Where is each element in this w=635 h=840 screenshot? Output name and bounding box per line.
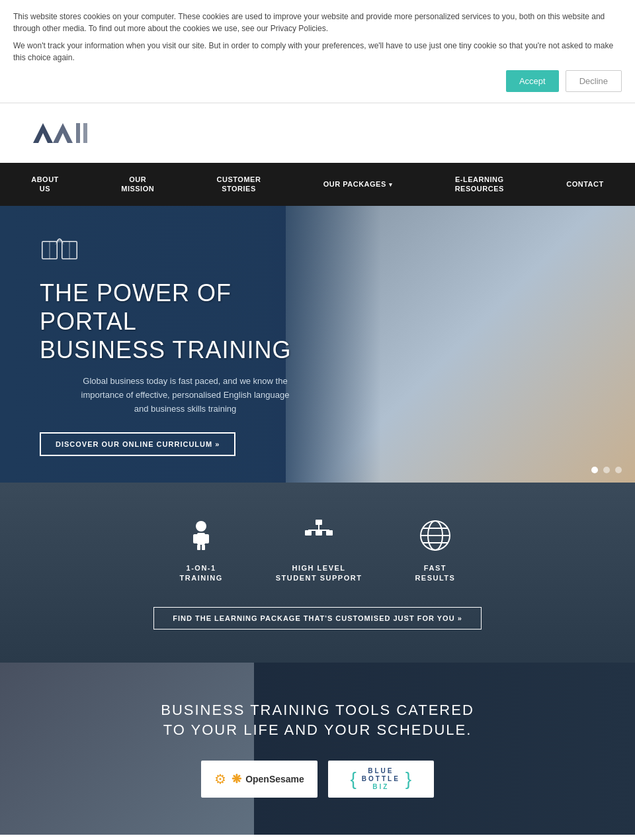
cookie-text-1: This website stores cookies on your comp… [13, 11, 622, 34]
blue-bottle-right-brace: } [405, 769, 411, 790]
hero-content: THE POWER OF PORTAL BUSINESS TRAINING Gl… [0, 206, 370, 483]
hero-description: Global business today is fast paced, and… [40, 375, 331, 416]
blue-bottle-left-brace: { [350, 769, 356, 790]
biz-tools-title: BUSINESS TRAINING TOOLS CATERED TO YOUR … [161, 700, 474, 741]
feature-one-on-one: 1-ON-1 TRAINING [180, 516, 223, 584]
open-sesame-icon: ⚙ [214, 771, 226, 787]
svg-marker-1 [53, 123, 73, 143]
hero-icon [40, 232, 331, 268]
partner-logos: ⚙ ❋ OpenSesame { BLUE BOTTLE BIZ } [161, 761, 474, 798]
feature-fast-results-label: FAST RESULTS [415, 563, 455, 584]
svg-rect-11 [204, 534, 209, 543]
nav-our-packages[interactable]: OUR PACKAGES ▾ [317, 167, 400, 201]
nav-e-learning[interactable]: E-LEARNINGRESOURCES [448, 163, 511, 206]
feature-one-on-one-label: 1-ON-1 TRAINING [180, 563, 223, 584]
logo[interactable] [26, 117, 106, 150]
hero-title: THE POWER OF PORTAL BUSINESS TRAINING [40, 279, 331, 365]
cookie-text-2: We won't track your information when you… [13, 40, 622, 64]
svg-rect-13 [202, 545, 205, 550]
svg-rect-3 [83, 123, 87, 143]
blue-bottle-text: BLUE BOTTLE BIZ [362, 767, 400, 791]
svg-rect-14 [316, 520, 322, 525]
logo-svg [26, 117, 106, 150]
cookie-buttons: Accept Decline [13, 70, 622, 92]
cookie-banner: This website stores cookies on your comp… [0, 0, 635, 103]
features-cta-button[interactable]: FIND THE LEARNING PACKAGE THAT'S CUSTOMI… [153, 607, 482, 630]
dot-2[interactable] [603, 467, 610, 473]
features-section: 1-ON-1 TRAINING HIGH LEVEL [0, 483, 635, 663]
features-icons: 1-ON-1 TRAINING HIGH LEVEL [13, 516, 622, 584]
svg-rect-10 [193, 534, 198, 543]
accept-button[interactable]: Accept [506, 70, 559, 92]
person-icon [181, 516, 221, 555]
dot-1[interactable] [591, 467, 598, 473]
feature-student-support-label: HIGH LEVEL STUDENT SUPPORT [276, 563, 362, 584]
hero-section: THE POWER OF PORTAL BUSINESS TRAINING Gl… [0, 206, 635, 483]
nav-our-mission[interactable]: OURMISSION [114, 163, 161, 206]
hero-cta-button[interactable]: DISCOVER OUR ONLINE CURRICULUM » [40, 432, 235, 456]
svg-rect-12 [197, 545, 200, 550]
feature-student-support: HIGH LEVEL STUDENT SUPPORT [276, 516, 362, 584]
biz-tools-content: BUSINESS TRAINING TOOLS CATERED TO YOUR … [121, 674, 514, 825]
svg-point-8 [196, 521, 206, 532]
blue-bottle-logo[interactable]: { BLUE BOTTLE BIZ } [328, 761, 434, 798]
white-gap [0, 835, 635, 840]
globe-icon [415, 516, 455, 555]
header [0, 103, 635, 163]
svg-rect-16 [316, 530, 322, 536]
svg-rect-2 [76, 123, 80, 143]
feature-fast-results: FAST RESULTS [415, 516, 455, 584]
hero-carousel-dots [591, 467, 622, 473]
nav-customer-stories[interactable]: CUSTOMERSTORIES [210, 163, 268, 206]
open-sesame-logo[interactable]: ⚙ ❋ OpenSesame [201, 761, 318, 798]
dot-3[interactable] [615, 467, 622, 473]
open-sesame-text: ❋ OpenSesame [232, 772, 304, 786]
nav-about-us[interactable]: ABOUTUS [24, 163, 65, 206]
decline-button[interactable]: Decline [566, 70, 622, 92]
org-chart-icon [299, 516, 339, 555]
biz-tools-section: BUSINESS TRAINING TOOLS CATERED TO YOUR … [0, 663, 635, 835]
main-nav: ABOUTUS OURMISSION CUSTOMERSTORIES OUR P… [0, 163, 635, 206]
nav-contact[interactable]: CONTACT [560, 167, 610, 201]
dropdown-arrow-icon: ▾ [389, 181, 393, 188]
svg-marker-0 [33, 123, 53, 143]
